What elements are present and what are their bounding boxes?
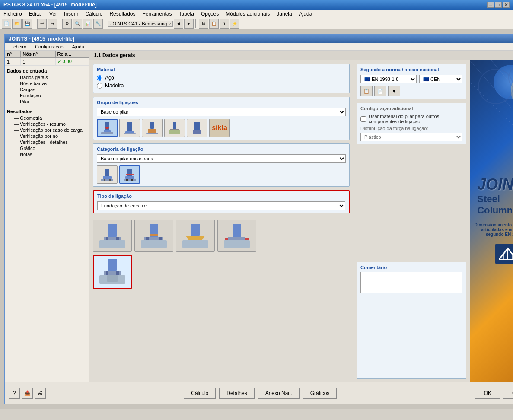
material-title: Material xyxy=(97,67,346,72)
nav-next-button[interactable]: ► xyxy=(184,19,194,29)
comment-textarea[interactable] xyxy=(360,272,462,293)
dialog-menu-ficheiro[interactable]: Ficheiro xyxy=(5,43,31,50)
thumb-1[interactable] xyxy=(93,220,132,252)
tree-item-notas[interactable]: — Notas xyxy=(7,151,87,157)
tree-item-cargas[interactable]: — Cargas xyxy=(7,86,87,92)
export-button[interactable]: 📤 xyxy=(22,388,33,399)
svg-rect-25 xyxy=(126,174,134,175)
new-button[interactable]: 📄 xyxy=(2,19,11,29)
tree-item-pilar[interactable]: — Pilar xyxy=(7,99,87,105)
brand-logo xyxy=(493,242,513,267)
minimize-button[interactable]: ─ xyxy=(487,2,494,8)
connection-type-title: Tipo de ligação xyxy=(97,194,345,199)
tree-item-verificacao-no[interactable]: — Verificação por nó xyxy=(7,133,87,139)
tb-extra-4[interactable]: ⚡ xyxy=(230,19,239,29)
norm-annex-dropdown[interactable]: 🇪🇺 CEN xyxy=(419,75,462,83)
group-icon-1[interactable] xyxy=(97,119,118,137)
tree-item-dados-gerais[interactable]: — Dados gerais xyxy=(7,74,87,80)
tb-btn-3[interactable]: 📊 xyxy=(83,19,92,29)
print-button[interactable]: 🖨 xyxy=(35,388,46,399)
annex-button[interactable]: Anexo Nac. xyxy=(258,388,300,399)
tb-extra-3[interactable]: ℹ xyxy=(220,19,229,29)
undo-button[interactable]: ↩ xyxy=(37,19,47,29)
menu-tabela[interactable]: Tabela xyxy=(175,10,198,18)
menu-modulos[interactable]: Módulos adicionais xyxy=(222,10,273,18)
menu-ver[interactable]: Ver xyxy=(46,10,61,18)
tree-item-verificacoes-resumo[interactable]: — Verificações - resumo xyxy=(7,121,87,127)
cancel-button[interactable]: Cancelar xyxy=(503,388,513,399)
norm-standard-dropdown[interactable]: 🇪🇺 EN 1993-1-8 xyxy=(360,75,417,83)
tb-extra-1[interactable]: 🖥 xyxy=(199,19,208,29)
group-dropdown[interactable]: Base do pilar xyxy=(97,108,346,116)
joints-toolbar-label[interactable]: JOINTS CA1 - Bemessung v xyxy=(108,21,173,27)
form-panel: Material Aço Madeira xyxy=(89,60,353,382)
dist-label: Distribuição da força na ligação: xyxy=(360,126,462,131)
group-icon-3[interactable] xyxy=(142,119,163,137)
menu-calculo[interactable]: Cálculo xyxy=(82,10,106,18)
norm-btn-1[interactable]: 📋 xyxy=(360,86,373,96)
menu-ficheiro[interactable]: Ficheiro xyxy=(0,10,25,18)
group-icon-6[interactable]: sikla xyxy=(209,119,230,137)
tb-extra-2[interactable]: 📋 xyxy=(209,19,219,29)
close-button[interactable]: ✕ xyxy=(503,2,510,8)
menu-editar[interactable]: Editar xyxy=(25,10,46,18)
norm-btn-filter[interactable]: ▼ xyxy=(388,86,400,96)
connection-type-dropdown[interactable]: Fundação de encaixe xyxy=(97,201,345,210)
menu-resultados[interactable]: Resultados xyxy=(106,10,139,18)
menu-opcoes[interactable]: Opções xyxy=(198,10,222,18)
thumb-4[interactable] xyxy=(217,220,256,252)
tree-item-verificacao-caso[interactable]: — Verificação por caso de carga xyxy=(7,127,87,133)
group-icon-5[interactable] xyxy=(187,119,207,137)
svg-rect-8 xyxy=(148,129,156,133)
dialog-title: JOINTS - [4915_model-file] xyxy=(9,36,513,42)
radio-aco[interactable] xyxy=(97,75,102,81)
thumb-2[interactable] xyxy=(134,220,173,252)
dist-dropdown[interactable]: Plástico xyxy=(360,133,462,141)
open-button[interactable]: 📂 xyxy=(12,19,22,29)
svg-rect-21 xyxy=(125,176,134,179)
category-icon-2[interactable] xyxy=(119,165,140,184)
calc-button[interactable]: Cálculo xyxy=(184,388,216,399)
thumb-5[interactable] xyxy=(93,255,132,289)
comment-title: Comentário xyxy=(360,265,462,270)
nav-prev-button[interactable]: ◄ xyxy=(174,19,183,29)
svg-rect-7 xyxy=(150,122,154,129)
svg-rect-40 xyxy=(233,224,241,237)
ok-button[interactable]: OK xyxy=(475,388,500,399)
dialog-menu-config[interactable]: Configuração xyxy=(31,43,67,50)
tb-btn-2[interactable]: 🔍 xyxy=(73,19,82,29)
tree-item-grafico[interactable]: — Gráfico xyxy=(7,145,87,151)
table-row[interactable]: 1 1 ✓ 0.80 xyxy=(5,58,89,66)
menu-inserir[interactable]: Inserir xyxy=(61,10,82,18)
norm-section: Segundo a norma / anexo nacional 🇪🇺 EN 1… xyxy=(357,64,466,99)
group-icon-4[interactable] xyxy=(164,119,185,137)
category-icon-1[interactable] xyxy=(97,165,118,184)
dialog-menu-ajuda[interactable]: Ajuda xyxy=(68,43,89,50)
group-icon-2[interactable] xyxy=(119,119,140,137)
menu-ajuda[interactable]: Ajuda xyxy=(296,10,316,18)
thumb-3[interactable] xyxy=(176,220,215,252)
menu-janela[interactable]: Janela xyxy=(273,10,295,18)
help-icon-button[interactable]: ? xyxy=(9,388,20,399)
save-button[interactable]: 💾 xyxy=(22,19,32,29)
bottom-left-buttons: ? 📤 🖨 xyxy=(9,388,46,399)
details-button[interactable]: Detalhes xyxy=(219,388,254,399)
radio-madeira[interactable] xyxy=(97,83,102,89)
maximize-button[interactable]: □ xyxy=(495,2,502,8)
tb-btn-1[interactable]: ⚙ xyxy=(62,19,72,29)
category-title: Categoria de ligação xyxy=(97,146,346,152)
tree-item-nos-barras[interactable]: — Nós e barras xyxy=(7,80,87,86)
menu-ferramentas[interactable]: Ferramentas xyxy=(139,10,175,18)
material-checkbox[interactable] xyxy=(360,116,366,122)
graphics-button[interactable]: Gráficos xyxy=(303,388,337,399)
tree-item-verificacoes-det[interactable]: — Verificações - detalhes xyxy=(7,139,87,145)
tb-btn-4[interactable]: 🔧 xyxy=(93,19,103,29)
category-dropdown[interactable]: Base do pilar encastrada xyxy=(97,154,346,163)
svg-rect-15 xyxy=(105,169,109,176)
norm-btn-2[interactable]: 📄 xyxy=(374,86,386,96)
col-header-n: n° xyxy=(5,51,21,58)
svg-rect-6 xyxy=(124,133,136,134)
tree-item-fundacao[interactable]: — Fundação xyxy=(7,92,87,99)
tree-item-geometria[interactable]: — Geometria xyxy=(7,115,87,121)
redo-button[interactable]: ↪ xyxy=(48,19,57,29)
